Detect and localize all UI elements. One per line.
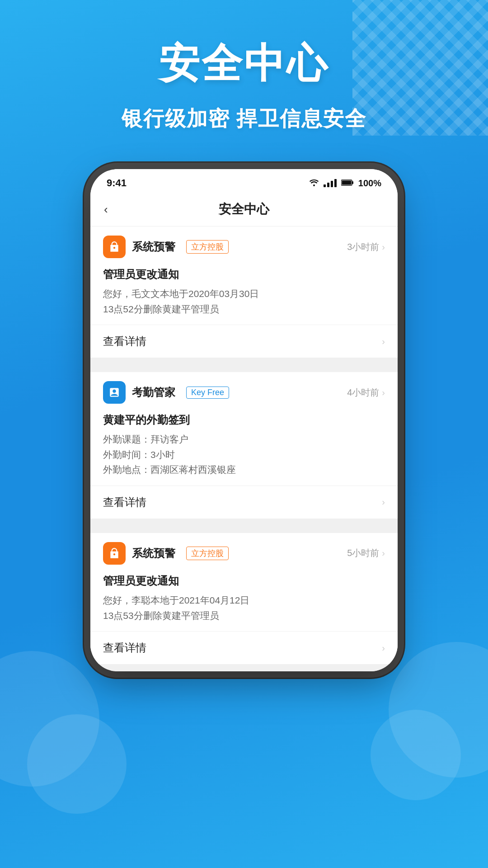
alert-body-title-1: 管理员更改通知 (103, 267, 385, 282)
alert-icon-3 (103, 542, 126, 565)
alert-tag-1: 立方控股 (186, 240, 229, 254)
alert-time-text-3: 5小时前 (347, 547, 379, 559)
alert-body-2: 黄建平的外勤签到 外勤课题：拜访客户外勤时间：3小时外勤地点：西湖区蒋村西溪银座 (90, 411, 398, 486)
detail-label-3: 查看详情 (103, 641, 146, 655)
detail-chevron-3: › (382, 643, 385, 653)
separator-2 (90, 526, 398, 533)
alert-left-3: 系统预警 立方控股 (103, 542, 229, 565)
detail-row-2[interactable]: 查看详情 › (90, 486, 398, 519)
detail-chevron-2: › (382, 497, 385, 507)
alert-body-1: 管理员更改通知 您好，毛文文本地于2020年03月30日13点52分删除黄建平管… (90, 265, 398, 325)
detail-label-2: 查看详情 (103, 495, 146, 509)
phone-header: ‹ 安全中心 (90, 193, 398, 226)
wifi-icon (309, 178, 319, 189)
alert-body-title-2: 黄建平的外勤签到 (103, 413, 385, 427)
alert-header-2: 考勤管家 Key Free 4小时前 › (90, 372, 398, 411)
phone-content: 系统预警 立方控股 3小时前 › 管理员更改通知 您好，毛文文本地于2020年0… (90, 226, 398, 671)
phone-wrapper: 9:41 (0, 169, 488, 671)
alert-card-2: 考勤管家 Key Free 4小时前 › 黄建平的外勤签到 外勤课题：拜访客户外… (90, 372, 398, 519)
alert-left-1: 系统预警 立方控股 (103, 236, 229, 258)
chevron-icon-3: › (382, 548, 385, 558)
separator-1 (90, 365, 398, 372)
alert-time-1: 3小时前 › (347, 241, 385, 253)
bg-decoration-4 (371, 710, 461, 800)
alert-tag-2: Key Free (186, 387, 229, 399)
alert-icon-1 (103, 236, 126, 258)
bg-decoration-2 (27, 714, 127, 814)
detail-row-3[interactable]: 查看详情 › (90, 631, 398, 664)
detail-chevron-1: › (382, 336, 385, 347)
chevron-icon-1: › (382, 242, 385, 252)
battery-level: 100% (358, 178, 381, 189)
alert-left-2: 考勤管家 Key Free (103, 381, 229, 404)
alert-time-text-2: 4小时前 (347, 387, 379, 399)
detail-row-1[interactable]: 查看详情 › (90, 325, 398, 358)
alert-card-3: 系统预警 立方控股 5小时前 › 管理员更改通知 您好，李聪本地于2021年04… (90, 533, 398, 664)
alert-body-text-1: 您好，毛文文本地于2020年03月30日13点52分删除黄建平管理员 (103, 286, 385, 316)
alert-card-1: 系统预警 立方控股 3小时前 › 管理员更改通知 您好，毛文文本地于2020年0… (90, 226, 398, 358)
svg-rect-2 (342, 180, 351, 184)
alert-title-1: 系统预警 (132, 240, 175, 254)
alert-title-3: 系统预警 (132, 546, 175, 561)
alert-time-3: 5小时前 › (347, 547, 385, 559)
alert-time-2: 4小时前 › (347, 387, 385, 399)
alert-body-text-3: 您好，李聪本地于2021年04月12日13点53分删除黄建平管理员 (103, 593, 385, 623)
hero-section: 安全中心 银行级加密 捍卫信息安全 (0, 0, 488, 160)
chevron-icon-2: › (382, 387, 385, 398)
alert-header-1: 系统预警 立方控股 3小时前 › (90, 226, 398, 265)
alert-body-3: 管理员更改通知 您好，李聪本地于2021年04月12日13点53分删除黄建平管理… (90, 572, 398, 631)
alert-header-3: 系统预警 立方控股 5小时前 › (90, 533, 398, 572)
status-bar: 9:41 (90, 169, 398, 193)
status-right: 100% (309, 178, 381, 189)
alert-tag-3: 立方控股 (186, 547, 229, 560)
alert-time-text-1: 3小时前 (347, 241, 379, 253)
alert-icon-2 (103, 381, 126, 404)
status-time: 9:41 (107, 177, 127, 189)
battery-icon (341, 178, 354, 189)
alert-body-title-3: 管理员更改通知 (103, 574, 385, 588)
phone-frame: 9:41 (90, 169, 398, 671)
back-button[interactable]: ‹ (104, 203, 108, 217)
svg-rect-1 (352, 181, 353, 184)
alert-title-2: 考勤管家 (132, 385, 175, 400)
hero-title: 安全中心 (0, 36, 488, 91)
alert-body-text-2: 外勤课题：拜访客户外勤时间：3小时外勤地点：西湖区蒋村西溪银座 (103, 432, 385, 477)
signal-icon (324, 179, 337, 187)
detail-label-1: 查看详情 (103, 334, 146, 349)
page-title: 安全中心 (219, 201, 269, 218)
hero-subtitle: 银行级加密 捍卫信息安全 (0, 105, 488, 133)
